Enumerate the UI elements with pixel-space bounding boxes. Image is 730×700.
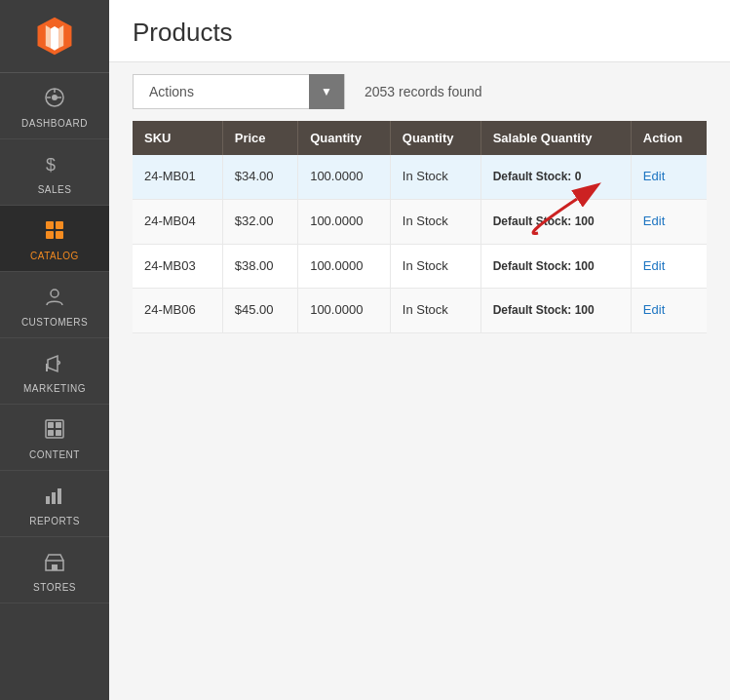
reports-icon (44, 485, 65, 512)
customers-icon (44, 286, 65, 313)
cell-price: $45.00 (222, 289, 297, 333)
sidebar-item-stores-label: STORES (33, 582, 76, 593)
sales-icon: $ (45, 153, 64, 180)
table-row: 24-MB04$32.00100.0000In StockDefault Sto… (133, 199, 707, 244)
cell-price: $32.00 (222, 199, 297, 244)
sidebar-item-stores[interactable]: STORES (0, 537, 109, 603)
sidebar-item-reports-label: REPORTS (29, 516, 80, 526)
table-row: 24-MB01$34.00100.0000In StockDefault Sto… (133, 155, 707, 199)
col-header-price: Price (222, 121, 297, 155)
svg-rect-25 (52, 564, 58, 570)
svg-rect-21 (46, 496, 50, 504)
sidebar-item-content[interactable]: CONTENT (0, 405, 109, 471)
sidebar-item-dashboard-label: DASHBOARD (21, 118, 88, 129)
cell-price: $38.00 (222, 244, 297, 289)
sidebar-item-catalog[interactable]: CATALOG (0, 206, 109, 272)
svg-rect-15 (46, 364, 48, 371)
cell-sku: 24-MB04 (133, 199, 222, 244)
main-content: Products Actions ▼ 2053 records found SK… (109, 0, 730, 700)
sidebar-item-catalog-label: CATALOG (30, 251, 79, 261)
svg-marker-3 (59, 25, 64, 48)
cell-quantity: 100.0000 (298, 289, 391, 333)
svg-text:$: $ (46, 155, 57, 175)
cell-action: Edit (631, 155, 707, 199)
svg-point-5 (52, 95, 58, 100)
cell-quantity: 100.0000 (298, 155, 391, 199)
toolbar: Actions ▼ 2053 records found (109, 62, 730, 121)
cell-action: Edit (631, 289, 707, 333)
sidebar-logo (0, 0, 109, 73)
col-header-quantity: Quantity (298, 121, 391, 155)
cell-action: Edit (631, 244, 707, 289)
edit-link[interactable]: Edit (643, 214, 665, 228)
products-table: SKU Price Quantity Quantity Salable Quan… (133, 121, 707, 333)
svg-rect-13 (56, 231, 63, 239)
sidebar-item-content-label: CONTENT (29, 449, 80, 460)
sidebar-item-customers-label: CUSTOMERS (21, 317, 88, 328)
table-row: 24-MB03$38.00100.0000In StockDefault Sto… (133, 244, 707, 289)
sidebar-item-marketing[interactable]: MARKETING (0, 338, 109, 405)
cell-price: $34.00 (222, 155, 297, 199)
sidebar-item-reports[interactable]: REPORTS (0, 471, 109, 537)
cell-salable-qty: Default Stock: 100 (480, 289, 631, 333)
cell-salable-qty: Default Stock: 100 (480, 244, 631, 289)
sidebar-item-customers[interactable]: CUSTOMERS (0, 272, 109, 338)
dashboard-icon (44, 87, 65, 114)
table-row: 24-MB06$45.00100.0000In StockDefault Sto… (133, 289, 707, 333)
cell-action: Edit (631, 199, 707, 244)
sidebar: DASHBOARD $ SALES CATALOG CUSTOME (0, 0, 109, 700)
stores-icon (44, 551, 65, 578)
svg-rect-22 (52, 492, 56, 504)
actions-dropdown[interactable]: Actions ▼ (133, 74, 345, 109)
col-header-action: Action (631, 121, 707, 155)
svg-point-14 (51, 290, 58, 297)
cell-qty-status: In Stock (390, 289, 480, 333)
page-header: Products (109, 0, 730, 62)
table-header-row: SKU Price Quantity Quantity Salable Quan… (133, 121, 707, 155)
products-table-wrapper: SKU Price Quantity Quantity Salable Quan… (109, 121, 730, 700)
svg-rect-18 (56, 422, 61, 428)
col-header-sku: SKU (133, 121, 222, 155)
actions-label: Actions (134, 84, 309, 99)
col-header-salable-qty: Salable Quantity (480, 121, 631, 155)
svg-rect-10 (46, 221, 54, 229)
sidebar-item-marketing-label: MARKETING (23, 383, 86, 394)
edit-link[interactable]: Edit (643, 302, 665, 317)
svg-rect-11 (56, 221, 63, 229)
svg-rect-17 (48, 422, 54, 428)
cell-sku: 24-MB06 (133, 289, 222, 333)
dropdown-arrow-icon[interactable]: ▼ (309, 74, 344, 109)
cell-sku: 24-MB03 (133, 244, 222, 289)
sidebar-item-sales-label: SALES (38, 184, 72, 195)
edit-link[interactable]: Edit (643, 169, 665, 183)
cell-qty-status: In Stock (390, 199, 480, 244)
magento-logo-icon (32, 14, 77, 58)
records-count: 2053 records found (365, 84, 482, 99)
cell-salable-qty: Default Stock: 100 (480, 199, 631, 244)
cell-sku: 24-MB01 (133, 155, 222, 199)
sidebar-item-dashboard[interactable]: DASHBOARD (0, 73, 109, 139)
cell-qty-status: In Stock (390, 155, 480, 199)
sidebar-item-sales[interactable]: $ SALES (0, 139, 109, 206)
page-title: Products (133, 18, 707, 48)
col-header-qty-status: Quantity (390, 121, 480, 155)
cell-qty-status: In Stock (390, 244, 480, 289)
svg-marker-2 (46, 25, 51, 48)
catalog-icon (44, 219, 65, 247)
cell-quantity: 100.0000 (298, 244, 391, 289)
svg-rect-12 (46, 231, 54, 239)
svg-rect-19 (48, 430, 54, 436)
cell-quantity: 100.0000 (298, 199, 391, 244)
content-icon (44, 418, 65, 446)
edit-link[interactable]: Edit (643, 258, 665, 273)
marketing-icon (44, 352, 65, 379)
svg-rect-23 (58, 488, 61, 504)
cell-salable-qty: Default Stock: 0 (480, 155, 631, 199)
svg-rect-20 (56, 430, 61, 436)
